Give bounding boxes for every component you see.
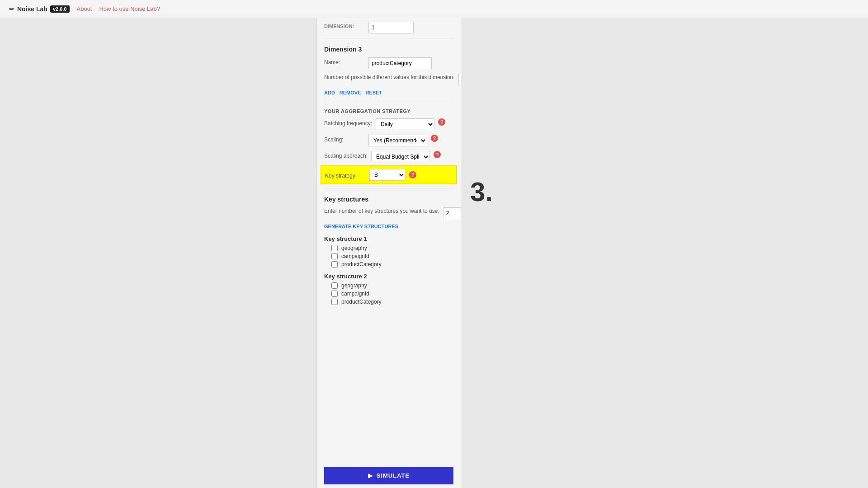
- key-structures-count-input[interactable]: [443, 207, 461, 219]
- aggregation-header: YOUR AGGREGATION STRATEGY: [324, 108, 453, 114]
- scaling-label: Scaling:: [324, 135, 365, 143]
- key-structures-section: Key structures Enter number of key struc…: [324, 196, 453, 305]
- add-link[interactable]: ADD: [324, 90, 335, 95]
- dim3-name-input[interactable]: [368, 57, 432, 69]
- scaling-help-icon[interactable]: ?: [431, 135, 438, 142]
- brand-logo: ✏ Noise Lab v2.0.0: [9, 5, 70, 13]
- dim3-name-row: Name:: [324, 57, 453, 69]
- scaling-approach-row: Scaling approach: Equal Budget Split ?: [324, 151, 453, 161]
- top-dim-row: Dimension:: [324, 22, 453, 33]
- panel-content: Dimension: Dimension 3 Name: Number of p…: [317, 18, 461, 360]
- generate-key-structures-link[interactable]: GENERATE KEY STRUCTURES: [324, 224, 453, 229]
- ks2-campaignid-row: campaignId: [324, 291, 453, 297]
- simulate-label: SIMULATE: [377, 472, 410, 479]
- about-link[interactable]: About: [77, 5, 92, 12]
- how-to-link[interactable]: How to use Noise Lab?: [99, 5, 160, 12]
- version-badge: v2.0.0: [50, 5, 70, 13]
- top-dim-input[interactable]: [368, 22, 414, 33]
- ks1-geography-checkbox[interactable]: [331, 245, 338, 251]
- dimension3-title: Dimension 3: [324, 46, 453, 53]
- divider-2: [324, 102, 453, 102]
- ks2-productcategory-checkbox[interactable]: [331, 299, 338, 305]
- ks1-productcategory-label: productCategory: [341, 261, 382, 267]
- ks2-campaignid-label: campaignId: [341, 291, 369, 297]
- step-annotation: 3.: [470, 176, 493, 207]
- batching-select[interactable]: Daily Weekly Monthly: [376, 118, 434, 130]
- batching-row: Batching frequency: Daily Weekly Monthly…: [324, 118, 453, 130]
- batching-help-icon[interactable]: ?: [438, 118, 445, 126]
- dim3-count-label: Number of possible different values for …: [324, 74, 455, 81]
- scaling-select[interactable]: Yes (Recommended) No: [368, 135, 427, 146]
- ks2-campaignid-checkbox[interactable]: [331, 291, 338, 297]
- divider-1: [324, 38, 453, 38]
- key-strategy-help-icon[interactable]: ?: [409, 171, 416, 178]
- key-strategy-select[interactable]: A B C: [369, 169, 406, 181]
- simulate-bar: ▶ SIMULATE: [317, 463, 461, 488]
- batching-label: Batching frequency:: [324, 118, 372, 127]
- ks1-geography-label: geography: [341, 245, 367, 251]
- ks1-geography-row: geography: [324, 245, 453, 251]
- ks2-geography-label: geography: [341, 282, 367, 289]
- ks2-productcategory-row: productCategory: [324, 299, 453, 305]
- navbar: ✏ Noise Lab v2.0.0 About How to use Nois…: [0, 0, 868, 18]
- scaling-row: Scaling: Yes (Recommended) No ?: [324, 135, 453, 146]
- simulate-button[interactable]: ▶ SIMULATE: [324, 467, 453, 484]
- simulate-play-icon: ▶: [368, 472, 373, 479]
- dim3-actions: ADD REMOVE RESET: [324, 90, 453, 95]
- key-strategy-label: Key strategy:: [325, 171, 366, 179]
- scaling-approach-help-icon[interactable]: ?: [434, 151, 441, 158]
- brand-name: Noise Lab: [17, 5, 47, 13]
- key-structure-1-title: Key structure 1: [324, 235, 453, 242]
- key-structures-desc: Enter number of key structures you want …: [324, 207, 439, 215]
- ks2-productcategory-label: productCategory: [341, 299, 382, 305]
- key-structure-2-group: Key structure 2 geography campaignId pro…: [324, 273, 453, 305]
- main-container: Dimension: Dimension 3 Name: Number of p…: [0, 18, 868, 488]
- ks1-productcategory-checkbox[interactable]: [331, 261, 338, 267]
- top-partial: Dimension:: [324, 18, 453, 33]
- ks1-campaignid-checkbox[interactable]: [331, 253, 338, 259]
- pencil-icon: ✏: [9, 5, 14, 13]
- divider-3: [324, 188, 453, 188]
- scaling-approach-label: Scaling approach:: [324, 151, 368, 159]
- key-strategy-highlighted-row: Key strategy: A B C ?: [321, 165, 457, 184]
- key-structures-title: Key structures: [324, 196, 453, 203]
- dim3-count-row: Number of possible different values for …: [324, 74, 453, 85]
- reset-link[interactable]: RESET: [366, 90, 382, 95]
- top-dim-label: Dimension:: [324, 22, 365, 29]
- dim3-count-input[interactable]: [458, 74, 461, 85]
- bottom-spacer: [324, 310, 453, 342]
- center-panel: Dimension: Dimension 3 Name: Number of p…: [316, 18, 461, 488]
- ks1-campaignid-label: campaignId: [341, 253, 369, 259]
- key-structures-count-row: Enter number of key structures you want …: [324, 207, 453, 219]
- remove-link[interactable]: REMOVE: [340, 90, 361, 95]
- scaling-approach-select[interactable]: Equal Budget Split: [371, 151, 430, 161]
- ks1-campaignid-row: campaignId: [324, 253, 453, 259]
- ks2-geography-row: geography: [324, 282, 453, 289]
- ks2-geography-checkbox[interactable]: [331, 282, 338, 289]
- key-structure-1-group: Key structure 1 geography campaignId pro…: [324, 235, 453, 267]
- ks1-productcategory-row: productCategory: [324, 261, 453, 267]
- dim3-name-label: Name:: [324, 57, 365, 66]
- key-structure-2-title: Key structure 2: [324, 273, 453, 280]
